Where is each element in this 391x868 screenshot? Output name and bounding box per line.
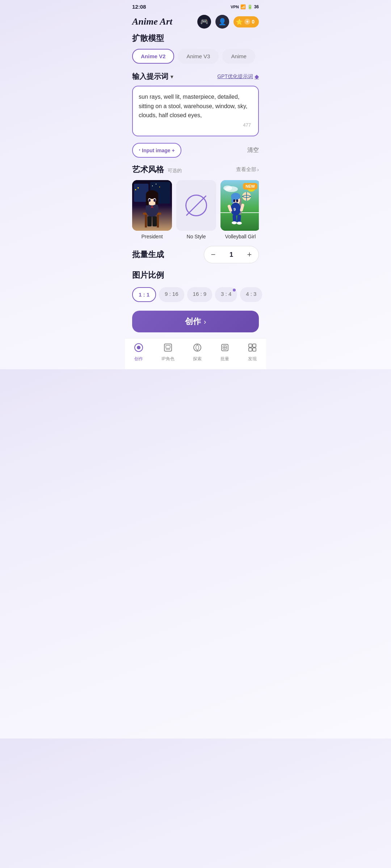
svg-rect-7 [159,187,160,187]
create-nav-label: 创作 [134,356,143,362]
svg-rect-5 [152,186,153,186]
svg-rect-10 [157,215,159,227]
gpt-label: GPT优化提示词 [217,73,253,80]
svg-rect-3 [135,189,136,190]
create-button[interactable]: 创作 › [132,311,259,332]
art-style-header: 艺术风格 可选的 查看全部 › [132,164,259,175]
signal-icon: 36 [254,4,259,9]
coin-count: 0 [252,19,255,25]
ratio-chip-1-1[interactable]: 1 : 1 [132,287,156,302]
batch-value: 1 [222,251,240,259]
ratio-title: 图片比例 [132,270,259,281]
vpn-icon: VPN [231,5,239,9]
ratio-chip-4-3[interactable]: 4 : 3 [240,287,262,302]
batch-section: 批量生成 − 1 + [125,246,266,263]
nav-item-explore[interactable]: 探索 [193,343,202,362]
svg-rect-9 [145,215,147,227]
batch-title: 批量生成 [132,249,164,260]
svg-rect-4 [138,187,139,188]
ratio-chip-3-4[interactable]: 3 : 4 [215,287,237,302]
gpt-optimize-button[interactable]: GPT优化提示词 ◆ [217,73,259,80]
header-icons: 🎮 👤 ⭐ + 0 [197,15,259,29]
style-label-no-style: No Style [176,234,216,239]
model-chip-anime-v2[interactable]: Anime V2 [132,49,174,64]
model-chip-anime[interactable]: Anime [222,49,255,64]
ip-nav-label: IP角色 [161,356,174,362]
create-label: 创作 [185,316,201,327]
prompt-label: 输入提示词 ▾ [132,72,173,81]
new-badge-volleyball: NEW [243,183,257,190]
batch-nav-label: 批量 [220,356,229,362]
style-img-no-style [176,180,216,231]
discord-button[interactable]: 🎮 [197,15,211,29]
svg-rect-61 [253,348,256,351]
prompt-section: 输入提示词 ▾ GPT优化提示词 ◆ sun rays, well lit, m… [125,72,266,136]
prompt-count: 477 [139,122,252,129]
status-bar: 12:08 VPN 📶 🔋 36 [125,0,266,12]
svg-point-26 [223,186,232,191]
nav-item-ip[interactable]: IP角色 [161,343,174,362]
explore-nav-label: 探索 [193,356,202,362]
svg-rect-21 [147,216,152,226]
president-svg [132,180,172,231]
ratio-chip-9-16[interactable]: 9 : 16 [159,287,184,302]
prompt-textarea[interactable]: sun rays, well lit, masterpiece, detaile… [132,86,259,136]
ratio-options-row: 1 : 1 9 : 16 16 : 9 3 : 4 4 : 3 [125,287,266,303]
svg-text:9: 9 [234,207,236,212]
batch-increase-button[interactable]: + [240,246,258,263]
view-all-button[interactable]: 查看全部 › [236,166,259,173]
model-chip-anime-v3[interactable]: Anime V3 [178,49,219,64]
svg-point-44 [237,222,242,225]
status-time: 12:08 [132,4,146,10]
nav-item-create[interactable]: 创作 [134,343,143,362]
svg-point-19 [154,199,156,202]
svg-rect-22 [152,216,157,226]
nav-item-discover[interactable]: 发现 [248,343,257,362]
discover-nav-label: 发现 [248,356,257,362]
svg-rect-58 [249,344,252,347]
svg-rect-60 [249,348,252,351]
clear-button[interactable]: 清空 [247,146,259,154]
plus-icon: + [244,19,250,25]
app-header: Anime Art 🎮 👤 ⭐ + 0 [125,12,266,33]
input-image-button[interactable]: · Input image + [132,143,181,158]
svg-rect-34 [231,196,234,203]
user-icon: 👤 [218,18,226,26]
svg-point-46 [137,346,140,349]
style-item-volleyball[interactable]: 9 NEW Volleyball Girl [220,180,259,239]
style-label-president: President [132,234,172,239]
ratio-section: 图片比例 [125,270,266,281]
ip-nav-icon [163,343,173,354]
view-all-label: 查看全部 [236,166,256,173]
svg-rect-42 [237,215,241,223]
svg-point-36 [236,199,238,202]
user-button[interactable]: 👤 [215,15,229,29]
coin-button[interactable]: ⭐ + 0 [234,16,259,27]
svg-rect-47 [164,344,172,351]
battery-icon: 🔋 [247,4,253,9]
app-title: Anime Art [132,16,172,27]
style-label-volleyball: Volleyball Girl [220,234,259,239]
svg-rect-6 [156,184,156,184]
chevron-down-icon[interactable]: ▾ [171,74,173,80]
chevron-right-icon: › [257,167,259,173]
style-item-president[interactable]: President [132,180,172,239]
style-item-no-style[interactable]: No Style [176,180,216,239]
art-style-title-group: 艺术风格 可选的 [132,164,182,175]
art-style-section: 艺术风格 可选的 查看全部 › [125,164,266,239]
diffusion-model-title: 扩散模型 [132,33,259,44]
model-chips-row: Anime V2 Anime V3 Anime R [132,49,259,65]
president-artwork [132,180,172,231]
art-style-title: 艺术风格 [132,165,164,174]
create-nav-icon [134,343,143,354]
nav-item-batch[interactable]: 批量 [220,343,230,362]
style-img-volleyball: 9 NEW [220,180,259,231]
svg-point-35 [233,199,235,202]
input-image-label: Input image + [142,148,175,153]
ratio-chip-16-9[interactable]: 16 : 9 [187,287,213,302]
batch-decrease-button[interactable]: − [204,246,222,263]
style-img-president [132,180,172,231]
no-style-icon [185,195,207,216]
input-image-row: · Input image + 清空 [125,143,266,158]
explore-nav-icon [193,343,202,354]
